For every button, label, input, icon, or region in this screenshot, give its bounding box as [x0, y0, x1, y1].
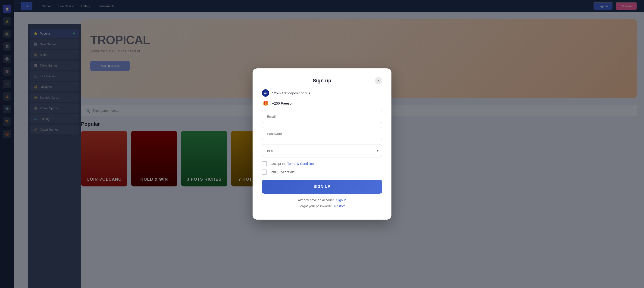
email-input[interactable]	[262, 110, 382, 123]
password-input[interactable]	[262, 127, 382, 140]
signin-link[interactable]: Sign in	[336, 198, 346, 202]
age-label: I am 18 years old	[270, 170, 294, 174]
terms-label: I accept the Terms & Conditions	[270, 162, 315, 166]
forgot-footer-line: Forgot your password? Restore	[262, 204, 382, 208]
terms-checkbox-row: I accept the Terms & Conditions	[262, 161, 382, 166]
have-account-text: Already have an account	[298, 198, 334, 202]
gift-icon: 🎁	[262, 99, 269, 107]
restore-link[interactable]: Restore	[334, 204, 346, 208]
modal-footer: Already have an account Sign in Forgot y…	[262, 198, 382, 208]
signup-modal: Sign up × Ƀ 125% first deposit bonus 🎁 +…	[252, 68, 392, 220]
terms-link[interactable]: Terms & Conditions	[287, 162, 315, 166]
bonus-row-2: 🎁 +250 Freespin	[262, 99, 382, 107]
modal-header: Sign up ×	[262, 78, 382, 84]
bonus-freespin-text: +250 Freespin	[272, 101, 294, 105]
modal-close-button[interactable]: ×	[375, 77, 382, 84]
bonus-row-1: Ƀ 125% first deposit bonus	[262, 89, 382, 97]
terms-checkbox[interactable]	[262, 161, 267, 166]
password-group	[262, 127, 382, 140]
currency-group: BDT USD EUR GBP ▾	[262, 144, 382, 158]
modal-title: Sign up	[313, 78, 332, 84]
signin-footer-line: Already have an account Sign in	[262, 198, 382, 202]
forgot-text: Forgot your password?	[298, 204, 332, 208]
age-checkbox-row: I am 18 years old	[262, 170, 382, 175]
bonus-crypto-icon: Ƀ	[262, 89, 269, 97]
currency-select[interactable]: BDT USD EUR GBP	[262, 144, 382, 158]
bonus-deposit-text: 125% first deposit bonus	[272, 91, 310, 95]
age-checkbox[interactable]	[262, 170, 267, 175]
email-group	[262, 110, 382, 123]
signup-button[interactable]: SIGN UP	[262, 180, 382, 194]
